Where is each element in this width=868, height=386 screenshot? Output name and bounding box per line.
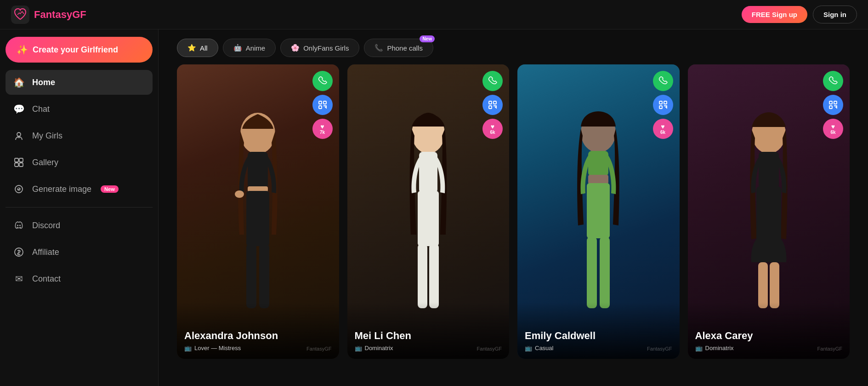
svg-rect-26 (489, 101, 492, 104)
sidebar-item-contact[interactable]: ✉ Contact (6, 266, 153, 291)
svg-point-8 (17, 225, 18, 226)
svg-point-9 (19, 225, 21, 226)
like-button-alexandra[interactable]: ♥ 7k (312, 119, 333, 139)
svg-rect-28 (489, 106, 492, 109)
create-btn-label: Create your Girlfriend (33, 45, 118, 55)
sidebar-item-gallery-label: Gallery (32, 158, 58, 167)
sidebar-item-generate[interactable]: Generate image New (6, 177, 153, 202)
svg-rect-36 (664, 101, 667, 104)
type-label: Dominatrix (705, 345, 734, 351)
svg-rect-3 (19, 158, 23, 162)
contact-icon: ✉ (13, 273, 25, 285)
home-icon: 🏠 (13, 76, 25, 88)
filter-tab-onlyfans[interactable]: 🌸 OnlyFans Girls (280, 39, 359, 57)
card-emily[interactable]: ♥ 6k Emily Caldwell 📺 Casual FantasyGF (517, 64, 680, 359)
girls-icon (13, 130, 25, 142)
cards-grid: ♥ 7k Alexandra Johnson 📺 Lover — Mistres… (159, 64, 868, 377)
card-emily-name: Emily Caldwell (525, 330, 672, 342)
filter-tab-anime[interactable]: 🤖 Anime (223, 39, 276, 57)
signup-button[interactable]: FREE Sign up (742, 6, 807, 23)
scan-button-mei-li[interactable] (482, 95, 503, 115)
like-button-emily[interactable]: ♥ 6k (653, 119, 673, 139)
like-button-alexa[interactable]: ♥ 6k (823, 119, 843, 139)
svg-rect-35 (659, 101, 662, 104)
card-alexandra[interactable]: ♥ 7k Alexandra Johnson 📺 Lover — Mistres… (177, 64, 339, 359)
sidebar-item-my-girls[interactable]: My Girls (6, 123, 153, 148)
type-label: Lover — Mistress (194, 345, 241, 351)
sidebar-item-chat-label: Chat (32, 104, 50, 114)
like-count-alexa: 6k (830, 130, 835, 135)
header-actions: FREE Sign up Sign in (742, 6, 857, 23)
wand-icon: ✨ (17, 44, 28, 55)
nav-divider (6, 207, 153, 207)
sidebar-item-my-girls-label: My Girls (32, 131, 62, 141)
svg-rect-40 (756, 186, 781, 246)
filter-tab-phone-label: Phone calls (387, 44, 423, 52)
svg-rect-18 (319, 101, 322, 104)
svg-rect-25 (429, 244, 439, 308)
svg-rect-24 (418, 244, 427, 308)
card-alexa-name: Alexa Carey (695, 330, 843, 342)
logo-text: FantasyGF (34, 9, 86, 21)
card-watermark-emily: FantasyGF (647, 346, 672, 351)
card-mei-li[interactable]: ♥ 6k Mei Li Chen 📺 Dominatrix FantasyGF (347, 64, 510, 359)
type-icon: 📺 (695, 345, 703, 351)
sidebar-item-chat[interactable]: 💬 Chat (6, 97, 153, 121)
phone-call-button-emily[interactable] (653, 71, 673, 91)
scan-button-alexandra[interactable] (312, 95, 333, 115)
svg-rect-41 (758, 262, 768, 308)
phone-call-button-mei-li[interactable] (482, 71, 503, 91)
svg-rect-12 (248, 152, 268, 189)
sidebar-item-gallery[interactable]: Gallery (6, 150, 153, 175)
content-area: ⭐ All 🤖 Anime 🌸 OnlyFans Girls 📞 Phone c… (159, 29, 868, 386)
filter-tab-all[interactable]: ⭐ All (177, 39, 218, 57)
svg-rect-15 (246, 244, 256, 308)
sidebar-item-home[interactable]: 🏠 Home (6, 70, 153, 95)
sidebar-item-generate-label: Generate image (32, 184, 91, 194)
svg-rect-19 (323, 101, 326, 104)
svg-point-1 (17, 133, 21, 136)
svg-rect-30 (588, 151, 608, 176)
svg-rect-0 (11, 6, 29, 24)
create-girlfriend-button[interactable]: ✨ Create your Girlfriend (6, 37, 153, 63)
svg-rect-22 (419, 152, 437, 193)
scan-button-emily[interactable] (653, 95, 673, 115)
svg-rect-5 (19, 163, 23, 167)
svg-rect-2 (15, 158, 18, 162)
phone-call-button-alexandra[interactable] (312, 71, 333, 91)
card-alexa[interactable]: ♥ 6k Alexa Carey 📺 Dominatrix FantasyGF (688, 64, 850, 359)
type-label: Dominatrix (365, 345, 393, 351)
svg-rect-33 (587, 237, 597, 308)
type-icon: 📺 (525, 345, 532, 351)
anime-icon: 🤖 (233, 44, 242, 52)
onlyfans-icon: 🌸 (291, 44, 300, 52)
signin-button[interactable]: Sign in (813, 6, 857, 23)
logo: FantasyGF (11, 6, 86, 24)
heart-icon: ♥ (661, 123, 664, 130)
svg-rect-34 (600, 237, 610, 308)
sidebar-item-affiliate[interactable]: Affiliate (6, 240, 153, 265)
phone-icon: 📞 (374, 44, 383, 52)
card-watermark-alexa: FantasyGF (817, 346, 842, 351)
main-layout: ✨ Create your Girlfriend 🏠 Home 💬 Chat M… (0, 29, 868, 386)
sidebar-item-home-label: Home (32, 78, 55, 87)
generate-new-badge: New (101, 185, 119, 193)
svg-rect-16 (259, 244, 269, 308)
svg-rect-23 (418, 191, 439, 246)
header: FantasyGF FREE Sign up Sign in (0, 0, 868, 29)
scan-button-alexa[interactable] (823, 95, 843, 115)
chat-icon: 💬 (13, 103, 25, 115)
svg-rect-27 (494, 101, 496, 104)
card-mei-li-actions: ♥ 6k (482, 71, 503, 139)
filter-tab-anime-label: Anime (246, 44, 266, 52)
svg-rect-14 (246, 191, 269, 246)
sidebar-item-affiliate-label: Affiliate (32, 248, 59, 257)
sidebar: ✨ Create your Girlfriend 🏠 Home 💬 Chat M… (0, 29, 159, 386)
filter-tab-phone[interactable]: 📞 Phone calls New (364, 39, 433, 57)
phone-call-button-alexa[interactable] (823, 71, 843, 91)
sidebar-item-discord[interactable]: Discord (6, 213, 153, 238)
like-button-mei-li[interactable]: ♥ 6k (482, 119, 503, 139)
svg-rect-37 (659, 106, 662, 109)
type-icon: 📺 (355, 345, 362, 351)
card-watermark-mei-li: FantasyGF (477, 346, 502, 351)
